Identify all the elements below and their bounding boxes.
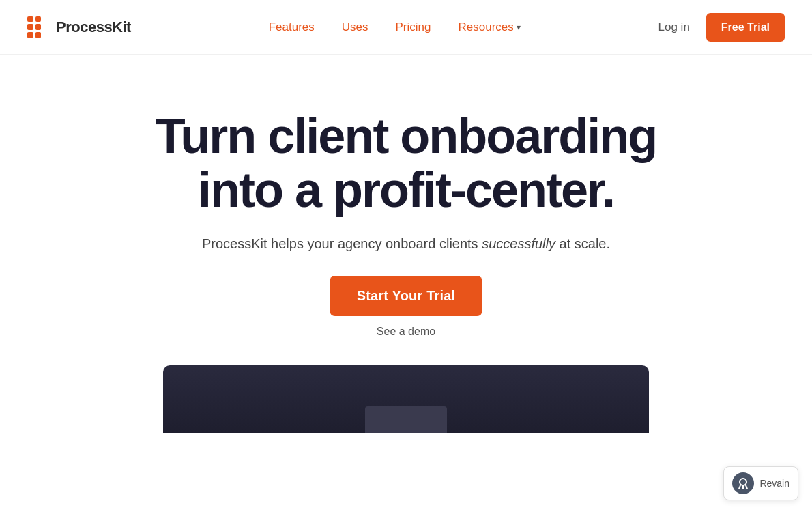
nav-features[interactable]: Features	[269, 20, 315, 34]
revain-widget[interactable]: Revain	[723, 466, 798, 500]
nav-resources[interactable]: Resources ▾	[459, 20, 521, 34]
hero-subtext-emphasis: successfully	[482, 236, 555, 251]
hero-headline-line2: into a profit-center.	[198, 162, 614, 217]
nav-links: Features Uses Pricing Resources ▾	[269, 20, 521, 34]
see-demo-link[interactable]: See a demo	[377, 326, 435, 338]
logo-grid-cell	[35, 24, 42, 30]
revain-label: Revain	[759, 478, 789, 489]
logo-grid-cell	[35, 16, 42, 23]
free-trial-button[interactable]: Free Trial	[706, 13, 785, 42]
logo-grid-cell	[35, 32, 42, 38]
logo-grid-cell	[27, 32, 33, 38]
hero-subtext-prefix: ProcessKit helps your agency onboard cli…	[202, 236, 482, 251]
nav-uses[interactable]: Uses	[342, 20, 368, 34]
hero-headline-line1: Turn client onboarding	[156, 109, 657, 163]
revain-logo-icon	[736, 476, 750, 490]
hero-subtext: ProcessKit helps your agency onboard cli…	[202, 233, 610, 254]
logo-grid-cell	[43, 16, 49, 23]
revain-icon	[732, 472, 754, 494]
hero-subtext-suffix: at scale.	[555, 236, 610, 251]
nav-resources-label: Resources	[459, 20, 514, 34]
logo-grid-cell	[43, 32, 49, 38]
logo-grid-cell	[27, 16, 33, 23]
chevron-down-icon: ▾	[517, 23, 521, 32]
hero-section: Turn client onboarding into a profit-cen…	[0, 55, 812, 338]
navbar-actions: Log in Free Trial	[658, 13, 785, 42]
navbar: ProcessKit Features Uses Pricing Resourc…	[0, 0, 812, 55]
logo-grid-cell	[43, 24, 49, 30]
logo-icon	[27, 16, 49, 38]
brand-name: ProcessKit	[56, 18, 131, 36]
login-link[interactable]: Log in	[658, 20, 690, 34]
logo-area: ProcessKit	[27, 16, 131, 38]
hero-headline: Turn client onboarding into a profit-cen…	[156, 109, 657, 217]
nav-pricing[interactable]: Pricing	[396, 20, 431, 34]
demo-screenshot	[163, 365, 649, 433]
demo-section	[0, 365, 812, 433]
logo-grid-cell	[27, 24, 33, 30]
start-trial-button[interactable]: Start Your Trial	[330, 276, 483, 316]
svg-point-0	[740, 479, 746, 485]
